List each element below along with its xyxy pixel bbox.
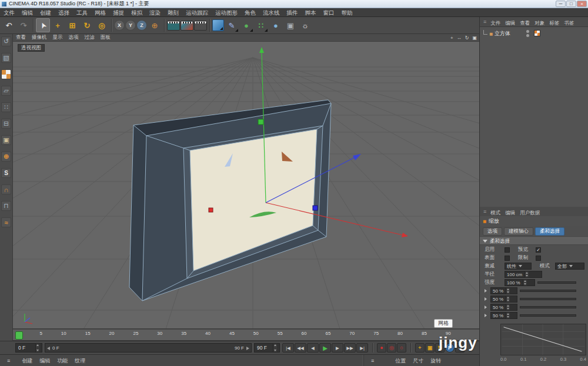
coord-system-icon[interactable]: ⊕ — [148, 18, 162, 32]
spinner[interactable] — [506, 313, 510, 318]
quantize-icon[interactable]: ≈ — [1, 217, 11, 227]
editor-visibility-dot[interactable] — [526, 30, 529, 33]
spinner[interactable] — [524, 271, 529, 277]
scale-key-button[interactable]: ▣ — [425, 343, 435, 352]
live-selection-icon[interactable]: ➤ — [36, 18, 50, 32]
restrict-checkbox[interactable] — [536, 256, 541, 261]
menu-item[interactable]: 创建 — [36, 8, 55, 17]
solo-mode-icon[interactable]: S — [1, 168, 11, 178]
model-mode-icon[interactable]: ▧ — [1, 53, 11, 63]
falloff-percent-slider[interactable] — [520, 306, 576, 308]
tool-option-tab[interactable]: 柔和选择 — [535, 227, 564, 236]
tab-item[interactable]: 编辑 — [503, 210, 517, 216]
playhead[interactable] — [15, 331, 23, 340]
rotate-tool-icon[interactable]: ↻ — [80, 18, 94, 32]
visibility-dots[interactable] — [526, 30, 529, 37]
menu-item[interactable]: 插件 — [283, 8, 302, 17]
texture-mode-icon[interactable]: ▨ — [1, 69, 11, 79]
spinner[interactable] — [506, 304, 510, 310]
end-frame-field[interactable]: 90 F — [254, 343, 280, 352]
spinner[interactable] — [506, 296, 510, 302]
panel-menu-icon[interactable]: ≡ — [4, 358, 14, 364]
pan-view-icon[interactable]: + — [450, 35, 454, 41]
surface-checkbox[interactable] — [505, 256, 510, 261]
menu-item[interactable]: 编辑 — [36, 358, 54, 364]
next-frame-button[interactable]: ▶ — [332, 343, 343, 352]
menu-item[interactable]: 运动图形 — [212, 8, 241, 17]
object-row[interactable]: ■ 立方体 — [482, 29, 586, 38]
zoom-view-icon[interactable]: ↔ — [456, 35, 462, 41]
rotate-view-icon[interactable]: ↻ — [465, 35, 470, 41]
panel-menu-icon[interactable]: ≡ — [482, 209, 488, 214]
menu-item[interactable]: 工具 — [73, 8, 91, 17]
menu-item[interactable]: 文件 — [0, 8, 18, 17]
minimize-button[interactable]: ─ — [556, 1, 566, 7]
y-axis-lock-button[interactable]: Y — [125, 20, 136, 31]
cube-primitive-icon[interactable] — [212, 19, 224, 31]
toggle-view-icon[interactable]: ▣ — [472, 35, 477, 41]
menu-item[interactable]: 文件 — [488, 20, 503, 26]
falloff-percent-field[interactable]: 50 % — [490, 296, 517, 303]
menu-item[interactable]: 标签 — [547, 20, 562, 26]
menu-item[interactable]: 书签 — [562, 20, 576, 26]
strength-field[interactable]: 100 % — [505, 279, 535, 286]
menu-item[interactable]: 渲染 — [146, 8, 164, 17]
falloff-percent-field[interactable]: 50 % — [490, 304, 517, 311]
play-button[interactable]: ▶ — [319, 343, 331, 352]
tool-option-tab[interactable]: 选项 — [483, 227, 502, 236]
viewport-3d[interactable]: 查看摄像机显示选项过滤面板 +↔↻▣ 透视视图 网格 — [13, 34, 479, 329]
menu-item[interactable]: 窗口 — [320, 8, 338, 17]
render-picture-viewer-icon[interactable] — [181, 21, 193, 31]
clone-array-icon[interactable]: ∷ — [254, 18, 268, 32]
menu-item[interactable]: 流水线 — [259, 8, 283, 17]
menu-item[interactable]: 脚本 — [302, 8, 320, 17]
redo-icon[interactable]: ↷ — [16, 18, 31, 32]
spline-pen-icon[interactable]: ✎ — [225, 18, 239, 32]
expand-arrow-icon[interactable] — [485, 314, 487, 317]
next-key-button[interactable]: ▶▶ — [344, 343, 356, 352]
falloff-select[interactable]: 线性 — [505, 263, 532, 270]
keyframe-selection-button[interactable]: ○ — [397, 343, 406, 352]
range-right-arrow-icon[interactable] — [246, 347, 249, 350]
menu-item[interactable]: 网格 — [91, 8, 109, 17]
falloff-percent-slider[interactable] — [520, 314, 576, 317]
falloff-curve-graph[interactable] — [500, 324, 586, 355]
previous-key-button[interactable]: ◀◀ — [295, 343, 306, 352]
falloff-percent-field[interactable]: 50 % — [490, 312, 517, 319]
expand-arrow-icon[interactable] — [485, 297, 487, 301]
move-tool-icon[interactable]: + — [51, 18, 65, 32]
viewport-menu-item[interactable]: 过滤 — [82, 34, 98, 41]
close-button[interactable]: × — [577, 1, 587, 7]
previous-frame-button[interactable]: ◀ — [307, 343, 319, 352]
goto-start-button[interactable]: |◀ — [282, 343, 294, 352]
menu-item[interactable]: 雕刻 — [164, 8, 182, 17]
menu-item[interactable]: 对象 — [532, 20, 547, 26]
z-axis-lock-button[interactable]: Z — [136, 20, 147, 31]
render-visibility-dot[interactable] — [526, 34, 529, 37]
object-tree[interactable]: ■ 立方体 — [480, 27, 588, 207]
axis-mode-icon[interactable]: ⊕ — [1, 152, 11, 162]
spinner[interactable] — [523, 280, 527, 286]
frame-spinner[interactable] — [35, 344, 39, 352]
position-key-button[interactable]: + — [415, 343, 425, 352]
render-settings-icon[interactable] — [194, 21, 207, 31]
menu-item[interactable]: 帮助 — [338, 8, 356, 17]
menu-item[interactable]: 选择 — [55, 8, 73, 17]
timeline-ruler[interactable]: 051015202530354045505560657075808590 — [13, 329, 479, 341]
undo-icon[interactable]: ↶ — [2, 18, 16, 32]
object-name[interactable]: 立方体 — [495, 30, 510, 38]
render-view-icon[interactable] — [167, 21, 180, 31]
expand-arrow-icon[interactable] — [485, 289, 487, 293]
view-label[interactable]: 透视视图 — [18, 44, 45, 52]
make-editable-icon[interactable]: ↺ — [1, 36, 11, 46]
radius-field[interactable]: 100 cm — [505, 271, 542, 278]
workplane-mode-icon[interactable]: ▱ — [1, 86, 11, 96]
enable-checkbox[interactable] — [505, 247, 510, 253]
panel-menu-icon[interactable]: ≡ — [368, 358, 377, 364]
expand-arrow-icon[interactable] — [485, 305, 487, 309]
maximize-button[interactable]: □ — [566, 1, 576, 7]
mode-select[interactable]: 全部 — [555, 263, 584, 270]
strength-slider[interactable] — [537, 281, 576, 284]
current-frame-field[interactable]: 0 F — [15, 343, 42, 352]
record-objects-button[interactable]: ● — [377, 343, 386, 352]
